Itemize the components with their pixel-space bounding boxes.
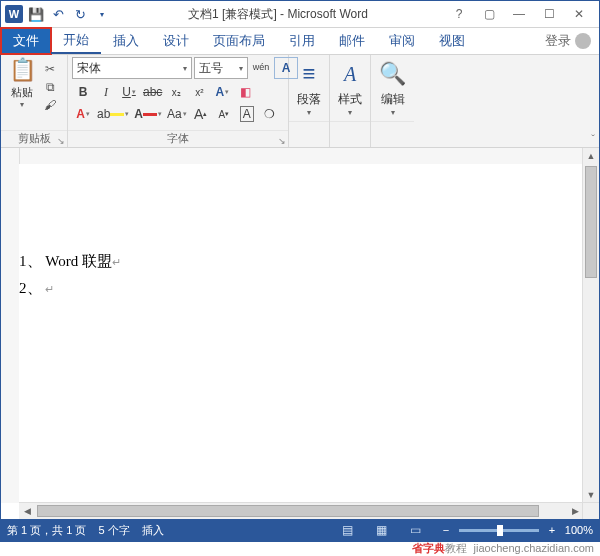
font-size-value: 五号 [199, 60, 223, 77]
scroll-right-icon[interactable]: ▶ [567, 506, 583, 516]
ribbon-options-icon[interactable]: ▢ [475, 4, 503, 24]
tab-file[interactable]: 文件 [1, 28, 51, 54]
font-name-value: 宋体 [77, 60, 101, 77]
paste-icon: 📋 [9, 57, 36, 83]
avatar-icon [575, 33, 591, 49]
footer-url: jiaocheng.chazidian.com [474, 542, 594, 554]
minimize-icon[interactable]: — [505, 4, 533, 24]
collapse-ribbon-icon[interactable]: ˇ [591, 133, 595, 145]
undo-icon[interactable]: ↶ [49, 5, 67, 23]
quick-access-toolbar: W 💾 ↶ ↻ ▾ [1, 5, 111, 23]
scroll-down-icon[interactable]: ▼ [583, 487, 599, 503]
tab-view[interactable]: 视图 [427, 28, 477, 54]
styles-label: 样式 [338, 91, 362, 108]
tab-layout[interactable]: 页面布局 [201, 28, 277, 54]
view-web-icon[interactable]: ▭ [405, 521, 427, 539]
text-line[interactable]: 2、 ↵ [19, 275, 121, 302]
font-color-button[interactable]: A▾ [132, 104, 164, 124]
scroll-track[interactable] [583, 164, 599, 487]
scroll-track[interactable] [35, 503, 567, 519]
save-icon[interactable]: 💾 [27, 5, 45, 23]
tab-insert[interactable]: 插入 [101, 28, 151, 54]
view-print-icon[interactable]: ▦ [371, 521, 393, 539]
zoom-knob[interactable] [497, 525, 503, 536]
bold-button[interactable]: B [72, 82, 94, 102]
char-border-button[interactable]: A [236, 104, 258, 124]
signin-link[interactable]: 登录 [537, 28, 599, 54]
subscript-button[interactable]: x₂ [165, 82, 187, 102]
tab-mail[interactable]: 邮件 [327, 28, 377, 54]
footer-logo: 省字典 [412, 542, 445, 554]
scroll-corner [582, 502, 599, 519]
find-icon: 🔍 [379, 59, 406, 89]
tab-review[interactable]: 审阅 [377, 28, 427, 54]
qat-customize-icon[interactable]: ▾ [93, 5, 111, 23]
highlight-button[interactable]: ab▾ [95, 104, 131, 124]
document-content[interactable]: 1、 Word 联盟↵ 2、 ↵ [19, 248, 121, 302]
phonetic-guide-button[interactable]: wén [250, 57, 272, 77]
zoom-value[interactable]: 100% [565, 524, 593, 536]
clipboard-dialog-launcher-icon[interactable]: ↘ [57, 136, 65, 146]
paste-dropdown-icon[interactable]: ▾ [20, 100, 24, 109]
scroll-up-icon[interactable]: ▲ [583, 148, 599, 164]
char-shading-button[interactable]: ❍ [259, 104, 281, 124]
help-icon[interactable]: ? [445, 4, 473, 24]
status-insert-mode[interactable]: 插入 [142, 523, 164, 538]
scroll-left-icon[interactable]: ◀ [19, 506, 35, 516]
shrink-font-button[interactable]: A▾ [213, 104, 235, 124]
vertical-scrollbar[interactable]: ▲ ▼ [582, 148, 599, 503]
zoom-slider[interactable] [459, 529, 539, 532]
zoom-control: − + 100% [439, 524, 593, 536]
vertical-ruler[interactable] [1, 148, 20, 503]
group-paragraph: ≡ 段落 ▾ [289, 55, 330, 147]
cut-icon[interactable]: ✂ [41, 61, 59, 77]
italic-button[interactable]: I [95, 82, 117, 102]
tab-design[interactable]: 设计 [151, 28, 201, 54]
tab-home[interactable]: 开始 [51, 28, 101, 54]
horizontal-scrollbar[interactable]: ◀ ▶ [19, 502, 583, 519]
chevron-down-icon: ▾ [348, 108, 352, 117]
word-app-icon[interactable]: W [5, 5, 23, 23]
group-font-label: 字体 [68, 130, 288, 147]
title-bar: W 💾 ↶ ↻ ▾ 文档1 [兼容模式] - Microsoft Word ? … [1, 1, 599, 28]
status-page[interactable]: 第 1 页，共 1 页 [7, 523, 86, 538]
maximize-icon[interactable]: ☐ [535, 4, 563, 24]
zoom-out-button[interactable]: − [439, 524, 453, 536]
paragraph-button[interactable]: ≡ 段落 ▾ [289, 55, 329, 121]
font-dialog-launcher-icon[interactable]: ↘ [278, 136, 286, 146]
horizontal-ruler[interactable] [19, 148, 583, 165]
window-controls: ? ▢ — ☐ ✕ [445, 4, 599, 24]
ribbon-tabs: 文件 开始 插入 设计 页面布局 引用 邮件 审阅 视图 登录 [1, 28, 599, 55]
tab-references[interactable]: 引用 [277, 28, 327, 54]
styles-button[interactable]: A 样式 ▾ [330, 55, 370, 121]
editing-button[interactable]: 🔍 编辑 ▾ [371, 55, 414, 121]
font-effects-button[interactable]: A▾ [72, 104, 94, 124]
underline-button[interactable]: U▾ [118, 82, 140, 102]
document-area: 1、 Word 联盟↵ 2、 ↵ ▲ ▼ ◀ ▶ [1, 148, 599, 519]
document-page[interactable]: 1、 Word 联盟↵ 2、 ↵ [19, 164, 583, 503]
format-painter-icon[interactable]: 🖌 [41, 97, 59, 113]
paste-label: 粘贴 [11, 85, 33, 100]
grow-font-button[interactable]: A▴ [190, 104, 212, 124]
font-size-combo[interactable]: 五号▾ [194, 57, 248, 79]
close-icon[interactable]: ✕ [565, 4, 593, 24]
scroll-thumb[interactable] [585, 166, 597, 278]
copy-icon[interactable]: ⧉ [41, 79, 59, 95]
strikethrough-button[interactable]: abc [141, 82, 164, 102]
text-effects-button[interactable]: A▾ [211, 82, 233, 102]
scroll-thumb[interactable] [37, 505, 539, 517]
view-read-icon[interactable]: ▤ [337, 521, 359, 539]
group-clipboard: 📋 粘贴 ▾ ✂ ⧉ 🖌 剪贴板 ↘ [1, 55, 68, 147]
group-font: 宋体▾ 五号▾ wén A B I U▾ abc x₂ x [68, 55, 289, 147]
status-word-count[interactable]: 5 个字 [98, 523, 129, 538]
font-name-combo[interactable]: 宋体▾ [72, 57, 192, 79]
redo-icon[interactable]: ↻ [71, 5, 89, 23]
superscript-button[interactable]: x² [188, 82, 210, 102]
change-case-button[interactable]: Aa▾ [165, 104, 189, 124]
paste-button[interactable]: 📋 粘贴 ▾ [5, 59, 39, 107]
chevron-down-icon: ▾ [391, 108, 395, 117]
paragraph-icon: ≡ [303, 59, 316, 89]
eraser-button[interactable]: ◧ [234, 82, 256, 102]
zoom-in-button[interactable]: + [545, 524, 559, 536]
text-line[interactable]: 1、 Word 联盟↵ [19, 248, 121, 275]
